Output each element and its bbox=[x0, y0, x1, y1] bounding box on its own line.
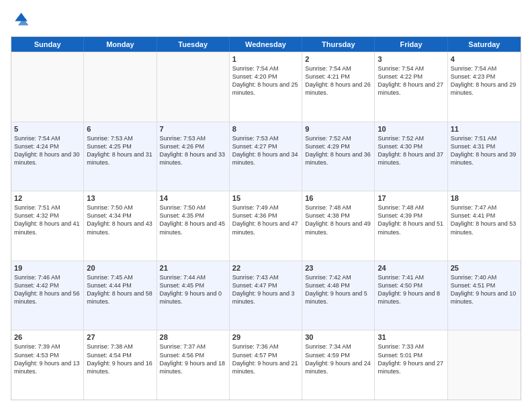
day-header: Friday bbox=[375, 37, 447, 52]
cell-info: Sunrise: 7:51 AM Sunset: 4:32 PM Dayligh… bbox=[14, 203, 81, 236]
sunrise-label: Sunrise: 7:37 AM bbox=[160, 343, 206, 350]
cell-info: Sunrise: 7:54 AM Sunset: 4:22 PM Dayligh… bbox=[378, 64, 444, 97]
cell-info: Sunrise: 7:54 AM Sunset: 4:21 PM Dayligh… bbox=[305, 64, 371, 97]
sunset-label: Sunset: 4:23 PM bbox=[451, 73, 496, 80]
cell-date: 9 bbox=[305, 125, 371, 133]
calendar-cell: 21 Sunrise: 7:44 AM Sunset: 4:45 PM Dayl… bbox=[157, 261, 230, 330]
sunrise-label: Sunrise: 7:53 AM bbox=[160, 135, 206, 142]
sunset-label: Sunset: 4:31 PM bbox=[451, 143, 496, 150]
calendar-cell: 25 Sunrise: 7:40 AM Sunset: 4:51 PM Dayl… bbox=[448, 261, 521, 330]
sunset-label: Sunset: 4:25 PM bbox=[87, 143, 132, 150]
daylight-label: Daylight: 8 hours and 34 minutes. bbox=[232, 151, 298, 166]
sunrise-label: Sunrise: 7:43 AM bbox=[232, 274, 279, 281]
cell-date: 1 bbox=[232, 55, 299, 63]
sunrise-label: Sunrise: 7:51 AM bbox=[451, 135, 497, 142]
daylight-label: Daylight: 8 hours and 39 minutes. bbox=[451, 151, 517, 166]
week-row: 19 Sunrise: 7:46 AM Sunset: 4:42 PM Dayl… bbox=[11, 261, 521, 330]
daylight-label: Daylight: 8 hours and 45 minutes. bbox=[160, 220, 226, 235]
cell-info: Sunrise: 7:48 AM Sunset: 4:39 PM Dayligh… bbox=[378, 203, 444, 236]
cell-info: Sunrise: 7:40 AM Sunset: 4:51 PM Dayligh… bbox=[451, 273, 518, 306]
cell-info: Sunrise: 7:52 AM Sunset: 4:30 PM Dayligh… bbox=[378, 134, 444, 167]
cell-info: Sunrise: 7:46 AM Sunset: 4:42 PM Dayligh… bbox=[14, 273, 81, 306]
calendar-cell: 6 Sunrise: 7:53 AM Sunset: 4:25 PM Dayli… bbox=[84, 122, 157, 191]
cell-info: Sunrise: 7:37 AM Sunset: 4:56 PM Dayligh… bbox=[160, 342, 226, 375]
week-row: 5 Sunrise: 7:54 AM Sunset: 4:24 PM Dayli… bbox=[11, 122, 521, 191]
sunset-label: Sunset: 4:45 PM bbox=[160, 282, 205, 289]
cell-date: 8 bbox=[232, 125, 299, 133]
cell-date: 15 bbox=[232, 194, 299, 202]
cell-info: Sunrise: 7:34 AM Sunset: 4:59 PM Dayligh… bbox=[305, 342, 371, 375]
calendar-cell: 7 Sunrise: 7:53 AM Sunset: 4:26 PM Dayli… bbox=[157, 122, 230, 191]
sunset-label: Sunset: 4:32 PM bbox=[14, 212, 59, 219]
sunset-label: Sunset: 4:42 PM bbox=[14, 282, 59, 289]
sunrise-label: Sunrise: 7:44 AM bbox=[160, 274, 206, 281]
sunrise-label: Sunrise: 7:48 AM bbox=[305, 204, 351, 211]
daylight-label: Daylight: 8 hours and 41 minutes. bbox=[14, 220, 80, 235]
cell-info: Sunrise: 7:47 AM Sunset: 4:41 PM Dayligh… bbox=[451, 203, 518, 236]
cell-date: 26 bbox=[14, 333, 81, 341]
cell-date: 28 bbox=[160, 333, 226, 341]
week-row: 26 Sunrise: 7:39 AM Sunset: 4:53 PM Dayl… bbox=[11, 330, 521, 400]
calendar-cell: 10 Sunrise: 7:52 AM Sunset: 4:30 PM Dayl… bbox=[375, 122, 447, 191]
weeks: 1 Sunrise: 7:54 AM Sunset: 4:20 PM Dayli… bbox=[11, 52, 521, 400]
cell-date: 17 bbox=[378, 194, 444, 202]
daylight-label: Daylight: 9 hours and 24 minutes. bbox=[305, 360, 371, 375]
cell-date: 25 bbox=[451, 264, 518, 272]
sunset-label: Sunset: 4:51 PM bbox=[451, 282, 496, 289]
calendar-cell: 13 Sunrise: 7:50 AM Sunset: 4:34 PM Dayl… bbox=[84, 191, 157, 261]
daylight-label: Daylight: 8 hours and 26 minutes. bbox=[305, 81, 371, 96]
calendar-cell: 1 Sunrise: 7:54 AM Sunset: 4:20 PM Dayli… bbox=[230, 52, 302, 122]
cell-date: 22 bbox=[232, 264, 299, 272]
sunset-label: Sunset: 4:34 PM bbox=[87, 212, 132, 219]
sunrise-label: Sunrise: 7:54 AM bbox=[305, 65, 351, 72]
logo bbox=[11, 11, 32, 30]
calendar-cell: 16 Sunrise: 7:48 AM Sunset: 4:38 PM Dayl… bbox=[302, 191, 375, 261]
sunrise-label: Sunrise: 7:53 AM bbox=[87, 135, 133, 142]
sunrise-label: Sunrise: 7:52 AM bbox=[305, 135, 351, 142]
day-header: Saturday bbox=[448, 37, 521, 52]
sunset-label: Sunset: 4:48 PM bbox=[305, 282, 350, 289]
daylight-label: Daylight: 9 hours and 18 minutes. bbox=[160, 360, 226, 375]
calendar-cell: 19 Sunrise: 7:46 AM Sunset: 4:42 PM Dayl… bbox=[11, 261, 84, 330]
calendar-cell: 20 Sunrise: 7:45 AM Sunset: 4:44 PM Dayl… bbox=[84, 261, 157, 330]
day-header: Monday bbox=[84, 37, 157, 52]
cell-date: 3 bbox=[378, 55, 444, 63]
cell-date: 18 bbox=[451, 194, 518, 202]
sunset-label: Sunset: 4:57 PM bbox=[232, 352, 277, 359]
cell-info: Sunrise: 7:50 AM Sunset: 4:35 PM Dayligh… bbox=[160, 203, 226, 236]
cell-date: 21 bbox=[160, 264, 226, 272]
cell-date: 19 bbox=[14, 264, 81, 272]
cell-info: Sunrise: 7:41 AM Sunset: 4:50 PM Dayligh… bbox=[378, 273, 444, 306]
cell-date: 20 bbox=[87, 264, 153, 272]
daylight-label: Daylight: 8 hours and 49 minutes. bbox=[305, 220, 371, 235]
cell-date: 2 bbox=[305, 55, 371, 63]
sunset-label: Sunset: 4:59 PM bbox=[305, 352, 350, 359]
calendar-cell bbox=[448, 330, 521, 400]
daylight-label: Daylight: 8 hours and 29 minutes. bbox=[451, 81, 517, 96]
cell-info: Sunrise: 7:54 AM Sunset: 4:23 PM Dayligh… bbox=[451, 64, 518, 97]
cell-date: 31 bbox=[378, 333, 444, 341]
week-row: 12 Sunrise: 7:51 AM Sunset: 4:32 PM Dayl… bbox=[11, 191, 521, 261]
calendar-cell: 2 Sunrise: 7:54 AM Sunset: 4:21 PM Dayli… bbox=[302, 52, 375, 122]
sunset-label: Sunset: 4:35 PM bbox=[160, 212, 205, 219]
sunset-label: Sunset: 4:26 PM bbox=[160, 143, 205, 150]
cell-date: 6 bbox=[87, 125, 153, 133]
cell-date: 10 bbox=[378, 125, 444, 133]
sunrise-label: Sunrise: 7:39 AM bbox=[14, 343, 60, 350]
daylight-label: Daylight: 8 hours and 36 minutes. bbox=[305, 151, 371, 166]
sunrise-label: Sunrise: 7:41 AM bbox=[378, 274, 424, 281]
sunset-label: Sunset: 4:44 PM bbox=[87, 282, 132, 289]
daylight-label: Daylight: 9 hours and 5 minutes. bbox=[305, 290, 367, 305]
sunset-label: Sunset: 4:24 PM bbox=[14, 143, 59, 150]
sunset-label: Sunset: 4:36 PM bbox=[232, 212, 277, 219]
calendar-cell: 28 Sunrise: 7:37 AM Sunset: 4:56 PM Dayl… bbox=[157, 330, 230, 400]
sunrise-label: Sunrise: 7:54 AM bbox=[232, 65, 279, 72]
day-header: Thursday bbox=[302, 37, 375, 52]
cell-info: Sunrise: 7:44 AM Sunset: 4:45 PM Dayligh… bbox=[160, 273, 226, 306]
cell-info: Sunrise: 7:53 AM Sunset: 4:26 PM Dayligh… bbox=[160, 134, 226, 167]
svg-marker-0 bbox=[15, 13, 28, 21]
sunset-label: Sunset: 4:38 PM bbox=[305, 212, 350, 219]
sunset-label: Sunset: 4:54 PM bbox=[87, 352, 132, 359]
sunrise-label: Sunrise: 7:53 AM bbox=[232, 135, 279, 142]
daylight-label: Daylight: 9 hours and 21 minutes. bbox=[232, 360, 298, 375]
